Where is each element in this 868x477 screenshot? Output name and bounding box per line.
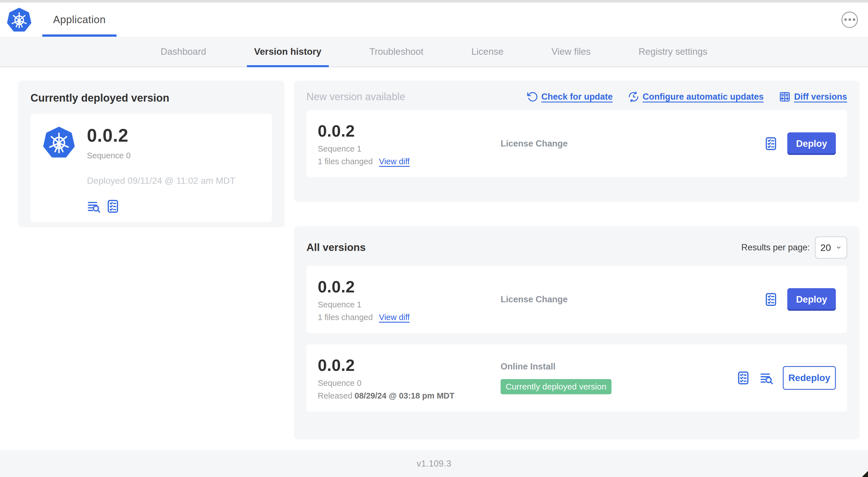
tab-dashboard[interactable]: Dashboard xyxy=(153,37,213,67)
version-number: 0.0.2 xyxy=(318,121,501,140)
app-tab-active-underline xyxy=(42,34,117,37)
version-actions: Deploy xyxy=(764,288,836,311)
window-top-strip xyxy=(0,0,868,3)
redeploy-button[interactable]: Redeploy xyxy=(783,366,836,390)
view-diff-link[interactable]: View diff xyxy=(379,157,410,166)
source-label: License Change xyxy=(501,294,568,304)
deployed-version-number: 0.0.2 xyxy=(87,125,235,146)
app-tab-label: Application xyxy=(53,14,106,26)
more-menu-button[interactable] xyxy=(841,11,858,28)
logs-icon[interactable] xyxy=(760,371,774,385)
currently-deployed-card: Currently deployed version xyxy=(18,81,284,228)
ellipsis-icon xyxy=(844,18,847,21)
configure-automatic-updates-link[interactable]: Configure automatic updates xyxy=(628,91,764,102)
kubernetes-app-icon xyxy=(43,126,75,158)
preflight-checklist-icon[interactable] xyxy=(764,136,778,151)
check-for-update-link[interactable]: Check for update xyxy=(527,91,613,102)
tab-view-files[interactable]: View files xyxy=(544,37,598,67)
tab-license[interactable]: License xyxy=(464,37,511,67)
version-row-sequence-1: 0.0.2 Sequence 1 1 files changed View di… xyxy=(306,266,847,333)
all-versions-header: All versions Results per page: 20 xyxy=(306,237,847,259)
source-label: Online Install xyxy=(501,362,556,372)
version-info: 0.0.2 Sequence 1 1 files changed View di… xyxy=(318,277,501,322)
version-info: 0.0.2 Sequence 1 1 files changed View di… xyxy=(318,121,501,166)
app-header: Application xyxy=(0,3,868,37)
active-tab-underline xyxy=(247,65,329,67)
rotate-ccw-icon xyxy=(527,91,538,102)
currently-deployed-title: Currently deployed version xyxy=(30,92,272,104)
app-footer: v1.109.3 xyxy=(0,450,868,477)
deployed-version-actions xyxy=(87,199,235,214)
source-label: License Change xyxy=(501,139,568,149)
main-content: Currently deployed version xyxy=(0,67,868,450)
version-sequence: Sequence 1 xyxy=(318,300,501,309)
update-actions: Check for update Configure automatic upd… xyxy=(527,91,847,103)
preflight-checklist-icon[interactable] xyxy=(736,370,751,385)
files-changed-text: 1 files changed xyxy=(318,313,373,322)
results-per-page-label: Results per page: xyxy=(741,242,810,252)
deploy-button[interactable]: Deploy xyxy=(787,132,836,155)
all-versions-title: All versions xyxy=(306,242,366,254)
preflight-checklist-icon[interactable] xyxy=(764,292,778,307)
version-info: 0.0.2 Sequence 0 Released 08/29/24 @ 03:… xyxy=(318,356,501,400)
all-versions-panel: All versions Results per page: 20 xyxy=(294,226,860,440)
auto-update-clock-icon xyxy=(628,91,639,102)
deployed-version-card: 0.0.2 Sequence 0 Deployed 09/11/24 @ 11:… xyxy=(30,114,272,222)
deployed-version-info: 0.0.2 Sequence 0 Deployed 09/11/24 @ 11:… xyxy=(87,125,235,214)
new-version-row: 0.0.2 Sequence 1 1 files changed View di… xyxy=(306,110,847,177)
files-changed-text: 1 files changed xyxy=(318,157,373,166)
results-per-page: Results per page: 20 xyxy=(741,237,847,259)
version-sequence: Sequence 0 xyxy=(318,379,501,388)
new-version-title: New version available xyxy=(306,91,405,103)
app-tab-application[interactable]: Application xyxy=(42,3,117,37)
version-source: Online Install Currently deployed versio… xyxy=(501,362,736,394)
kots-admin-page: Application Dashboard Version history Tr… xyxy=(0,0,868,477)
results-per-page-select[interactable]: 20 xyxy=(815,237,847,259)
tab-registry-settings[interactable]: Registry settings xyxy=(631,37,715,67)
version-row-sequence-0: 0.0.2 Sequence 0 Released 08/29/24 @ 03:… xyxy=(306,344,847,412)
version-actions: Deploy xyxy=(764,132,836,155)
version-source: License Change xyxy=(501,294,764,304)
version-number: 0.0.2 xyxy=(318,277,501,296)
new-version-panel: New version available Check for update xyxy=(294,81,860,202)
kubernetes-logo-icon xyxy=(7,7,32,32)
tab-version-history[interactable]: Version history xyxy=(247,37,329,67)
new-version-header: New version available Check for update xyxy=(306,91,847,103)
deploy-button[interactable]: Deploy xyxy=(787,288,836,311)
app-subnav: Dashboard Version history Troubleshoot L… xyxy=(0,37,868,67)
tab-troubleshoot[interactable]: Troubleshoot xyxy=(362,37,431,67)
logs-icon[interactable] xyxy=(87,199,101,213)
view-diff-link[interactable]: View diff xyxy=(379,313,410,322)
released-prefix: Released xyxy=(318,391,352,400)
preflight-checklist-icon[interactable] xyxy=(105,199,120,214)
version-number: 0.0.2 xyxy=(318,356,501,375)
kots-version: v1.109.3 xyxy=(417,459,452,469)
deployed-timestamp: Deployed 09/11/24 @ 11:02 am MDT xyxy=(87,176,235,186)
diff-versions-link[interactable]: Diff versions xyxy=(779,91,847,103)
currently-deployed-badge: Currently deployed version xyxy=(501,379,612,394)
diff-columns-icon xyxy=(779,91,791,103)
chevron-down-icon xyxy=(836,244,842,251)
version-sequence: Sequence 1 xyxy=(318,144,501,153)
version-source: License Change xyxy=(501,139,764,149)
version-actions: Redeploy xyxy=(736,366,836,390)
rows-gap xyxy=(306,333,847,344)
right-column: New version available Check for update xyxy=(294,81,860,440)
released-timestamp: 08/29/24 @ 03:18 pm MDT xyxy=(355,391,455,400)
deployed-sequence: Sequence 0 xyxy=(87,151,235,160)
